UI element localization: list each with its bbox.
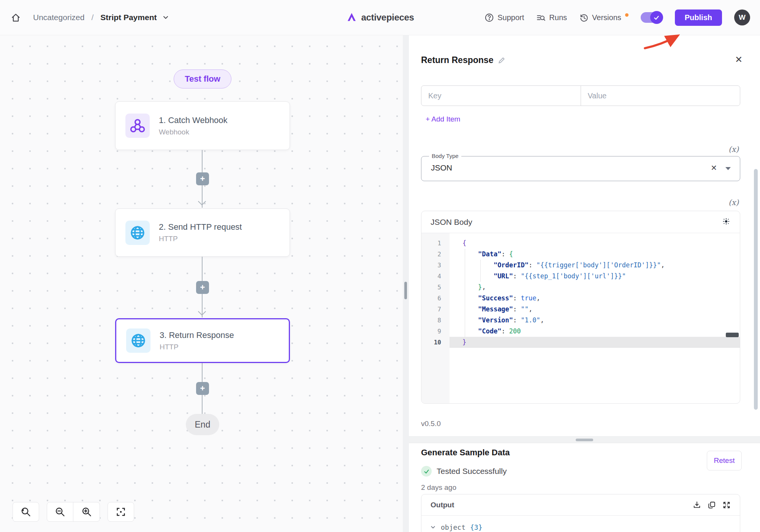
chevron-down-icon[interactable] <box>162 14 169 21</box>
versions-unpublished-dot <box>625 13 629 17</box>
piece-version-label: v0.5.0 <box>421 420 441 428</box>
connector-arrowhead <box>198 197 206 205</box>
zoom-controls <box>47 502 100 522</box>
versions-label: Versions <box>592 13 621 22</box>
step-title: 1. Catch Webhook <box>159 115 228 125</box>
fit-to-view-button[interactable] <box>108 502 134 522</box>
zoom-in-button[interactable] <box>73 502 100 521</box>
test-status-row: Tested Successfully <box>421 466 507 477</box>
code-line[interactable]: 1{ <box>421 238 740 249</box>
headers-key-value-row <box>421 85 740 106</box>
topbar-actions: Support Runs Versions <box>484 9 760 26</box>
expand-icon[interactable] <box>722 501 731 509</box>
code-line[interactable]: 10} <box>421 337 740 348</box>
webhook-icon <box>125 114 150 138</box>
add-step-button[interactable]: + <box>196 382 209 395</box>
key-input[interactable] <box>421 86 581 106</box>
code-line[interactable]: 4 "URL": "{{step_1['body']['url']}}" <box>421 271 740 282</box>
versions-button[interactable]: Versions <box>579 13 621 22</box>
body-type-label: Body Type <box>429 153 461 159</box>
clear-selection-icon[interactable]: ✕ <box>711 163 717 172</box>
panel-title: Return Response <box>421 55 493 65</box>
editor-scrollbar-thumb[interactable] <box>726 333 739 337</box>
test-flow-button[interactable]: Test flow <box>174 69 231 88</box>
globe-icon <box>125 221 150 245</box>
value-input[interactable] <box>581 86 740 106</box>
zoom-reset-button[interactable] <box>13 502 39 522</box>
activepieces-logo: activepieces <box>346 12 414 23</box>
flow-builder-screen: Uncategorized / Stript Payment activepie… <box>0 0 760 532</box>
runs-label: Runs <box>549 13 567 22</box>
step-subtitle: Webhook <box>159 128 228 136</box>
add-step-button[interactable]: + <box>196 281 209 294</box>
support-button[interactable]: Support <box>484 13 524 22</box>
node-count: {3} <box>470 523 483 531</box>
body-type-select[interactable]: Body Type JSON ✕ <box>421 156 740 181</box>
edit-pencil-icon[interactable] <box>498 57 505 64</box>
add-item-button[interactable]: + Add Item <box>426 115 460 123</box>
breadcrumb: Uncategorized / Stript Payment <box>0 13 169 23</box>
zoom-out-button[interactable] <box>47 502 73 521</box>
home-icon[interactable] <box>11 13 21 23</box>
code-line[interactable]: 5 }, <box>421 282 740 293</box>
code-line[interactable]: 2 "Data": { <box>421 249 740 260</box>
code-line[interactable]: 7 "Message": "", <box>421 304 740 315</box>
code-line[interactable]: 9 "Code": 200 <box>421 326 740 337</box>
dropdown-caret-icon[interactable] <box>725 167 731 170</box>
connector-arrowhead <box>198 308 206 316</box>
step-settings-panel: Return Response ✕ + Add Item (x) Body Ty… <box>409 35 760 532</box>
globe-icon <box>126 328 150 353</box>
step-subtitle: HTTP <box>159 235 242 243</box>
section-resize-divider <box>409 436 760 443</box>
toggle-knob-check-icon <box>650 11 663 24</box>
support-label: Support <box>497 13 524 22</box>
node-type: object <box>441 523 466 531</box>
panel-resize-divider <box>403 35 409 532</box>
code-line[interactable]: 8 "Version": "1.0", <box>421 315 740 326</box>
avatar[interactable]: W <box>734 9 750 25</box>
success-check-icon <box>421 466 432 477</box>
download-icon[interactable] <box>693 501 701 509</box>
tree-chevron-icon <box>430 524 436 530</box>
close-panel-icon[interactable]: ✕ <box>735 54 743 65</box>
versions-history-icon <box>579 13 589 22</box>
json-body-title: JSON Body <box>431 218 472 227</box>
flow-canvas[interactable]: Test flow 1. Catch Webhook Webhook + <box>0 35 403 532</box>
flow-enabled-toggle[interactable] <box>641 12 663 23</box>
retest-button[interactable]: Retest <box>707 451 742 470</box>
step-catch-webhook[interactable]: 1. Catch Webhook Webhook <box>115 101 290 150</box>
ai-sparkle-icon[interactable] <box>722 217 731 227</box>
insert-variable-icon[interactable]: (x) <box>728 198 739 207</box>
add-step-button[interactable]: + <box>196 172 209 185</box>
panel-resize-handle[interactable] <box>404 282 407 299</box>
code-line[interactable]: 6 "Success": true, <box>421 293 740 304</box>
end-node: End <box>186 414 219 435</box>
step-send-http-request[interactable]: 2. Send HTTP request HTTP <box>115 208 290 257</box>
step-return-response[interactable]: 3. Return Response HTTP <box>115 318 290 363</box>
publish-button[interactable]: Publish <box>675 9 722 26</box>
test-timestamp: 2 days ago <box>421 483 456 492</box>
help-circle-icon <box>484 13 494 22</box>
output-title: Output <box>431 501 454 509</box>
flow-name[interactable]: Stript Payment <box>100 13 157 22</box>
activepieces-logo-icon <box>346 12 357 23</box>
section-resize-handle[interactable] <box>576 439 593 441</box>
panel-scrollbar[interactable] <box>754 169 758 410</box>
runs-button[interactable]: Runs <box>536 13 567 22</box>
json-code-editor[interactable]: 1{2 "Data": {3 "OrderID": "{{trigger['bo… <box>421 233 740 403</box>
insert-variable-icon[interactable]: (x) <box>728 145 739 154</box>
body-type-value: JSON <box>431 163 452 172</box>
breadcrumb-folder[interactable]: Uncategorized <box>33 13 84 22</box>
output-panel: Output <box>421 494 740 532</box>
step-title: 2. Send HTTP request <box>159 222 242 232</box>
copy-icon[interactable] <box>708 501 716 509</box>
generate-sample-data-title: Generate Sample Data <box>421 448 510 458</box>
output-tree-root[interactable]: object {3} <box>421 516 740 531</box>
step-title: 3. Return Response <box>160 330 234 340</box>
json-body-editor: JSON Body 1{2 "Da <box>421 211 740 404</box>
code-line[interactable]: 3 "OrderID": "{{trigger['body']['OrderID… <box>421 260 740 271</box>
runs-icon <box>536 13 546 22</box>
step-subtitle: HTTP <box>160 343 234 351</box>
test-status-label: Tested Successfully <box>437 467 507 476</box>
activepieces-logo-text: activepieces <box>361 12 414 23</box>
